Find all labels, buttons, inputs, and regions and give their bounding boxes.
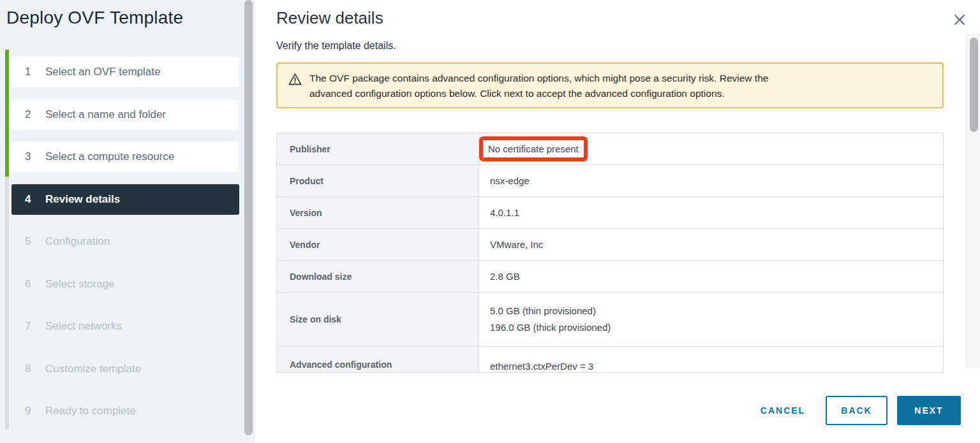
step-label: Select storage — [39, 278, 115, 291]
row-value: ethernet3.ctxPerDev = 3 — [479, 347, 943, 373]
sidebar-item-step-6: 6 Select storage — [11, 269, 239, 300]
sidebar-item-step-1[interactable]: 1 Select an OVF template — [11, 57, 239, 87]
sidebar-item-step-2[interactable]: 2 Select a name and folder — [11, 99, 239, 130]
content-scroll-divider — [966, 34, 967, 368]
row-value: No certificate present — [479, 133, 943, 164]
sidebar-item-step-5: 5 Configuration — [11, 226, 239, 257]
close-button[interactable] — [951, 12, 968, 29]
highlight-box: No certificate present — [479, 136, 588, 161]
table-row-product: Product nsx-edge — [277, 165, 943, 197]
sidebar-item-step-4-active[interactable]: 4 Review details — [11, 184, 239, 215]
step-number: 1 — [25, 66, 39, 78]
step-label: Customize template — [39, 363, 141, 375]
security-warning-banner: The OVF package contains advanced config… — [276, 62, 944, 108]
sidebar-item-step-9: 9 Ready to complete — [11, 396, 239, 426]
row-value: VMware, Inc — [479, 229, 943, 260]
step-number: 4 — [25, 193, 39, 206]
page-subtitle: Verify the template details. — [276, 40, 396, 52]
row-label: Download size — [277, 261, 479, 292]
step-label: Select a name and folder — [39, 108, 166, 121]
row-label: Publisher — [277, 133, 479, 164]
row-label: Advanced configuration — [277, 347, 479, 373]
table-row-advanced-configuration: Advanced configuration ethernet3.ctxPerD… — [277, 347, 943, 373]
progress-bar-completed — [5, 50, 9, 177]
step-number: 7 — [25, 320, 39, 333]
progress-bar-track — [5, 177, 9, 429]
step-number: 2 — [25, 108, 39, 121]
row-value: 5.0 GB (thin provisioned) 196.0 GB (thic… — [479, 293, 943, 346]
wizard-title: Deploy OVF Template — [6, 8, 183, 28]
wizard-sidebar: Deploy OVF Template 1 Select an OVF temp… — [0, 0, 255, 443]
table-row-download-size: Download size 2.8 GB — [277, 261, 943, 293]
page-title: Review details — [276, 8, 383, 28]
step-number: 8 — [25, 363, 39, 375]
template-details-table: Publisher No certificate present Product… — [276, 133, 944, 373]
step-label: Select an OVF template — [39, 66, 160, 78]
warning-triangle-icon — [288, 72, 302, 89]
row-value: nsx-edge — [479, 165, 943, 196]
step-label: Select networks — [39, 320, 122, 333]
row-label: Version — [277, 197, 479, 228]
row-value: 4.0.1.1 — [479, 197, 943, 228]
table-row-size-on-disk: Size on disk 5.0 GB (thin provisioned) 1… — [277, 293, 943, 347]
sidebar-scrollbar-thumb[interactable] — [244, 0, 253, 435]
next-button[interactable]: NEXT — [897, 396, 961, 425]
close-icon — [953, 13, 966, 28]
step-number: 3 — [25, 150, 39, 163]
cancel-button[interactable]: CANCEL — [751, 396, 815, 425]
step-number: 6 — [25, 278, 39, 291]
back-button[interactable]: BACK — [826, 396, 887, 425]
sidebar-item-step-3[interactable]: 3 Select a compute resource — [11, 142, 239, 172]
step-number: 9 — [25, 405, 39, 418]
row-label: Vendor — [277, 229, 479, 260]
table-row-publisher: Publisher No certificate present — [277, 133, 943, 165]
step-label: Review details — [39, 193, 120, 206]
warning-message: The OVF package contains advanced config… — [309, 71, 768, 101]
row-value: 2.8 GB — [479, 261, 943, 292]
step-number: 5 — [25, 235, 39, 248]
table-row-version: Version 4.0.1.1 — [277, 197, 943, 229]
main-scrollbar-thumb[interactable] — [970, 38, 978, 132]
sidebar-item-step-7: 7 Select networks — [11, 311, 239, 342]
sidebar-item-step-8: 8 Customize template — [11, 354, 239, 384]
row-label: Size on disk — [277, 293, 479, 346]
table-row-vendor: Vendor VMware, Inc — [277, 229, 943, 261]
row-label: Product — [277, 165, 479, 196]
step-label: Ready to complete — [39, 405, 136, 418]
step-label: Configuration — [39, 235, 110, 248]
step-label: Select a compute resource — [39, 150, 174, 163]
